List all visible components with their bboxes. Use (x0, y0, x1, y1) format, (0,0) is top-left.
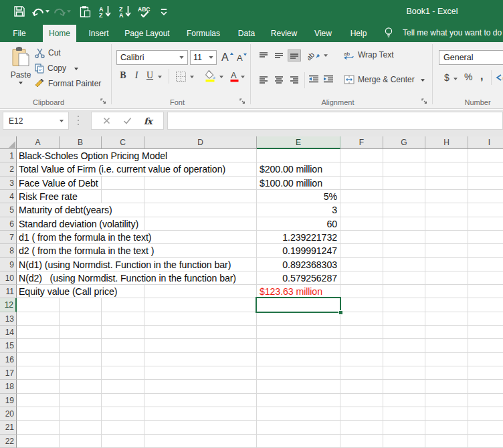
cell-a5[interactable]: Maturity of debt(years) (18, 203, 114, 217)
name-box[interactable]: E12 (3, 112, 69, 130)
selected-cell-e12[interactable] (256, 297, 341, 313)
font-size-combo[interactable]: 11 (190, 50, 217, 65)
format-painter-button[interactable]: Format Painter (35, 78, 101, 89)
select-all-corner[interactable] (0, 136, 17, 149)
underline-button[interactable]: U (146, 70, 154, 82)
fill-color-icon[interactable] (204, 70, 217, 82)
alignment-dialog-launcher[interactable] (421, 98, 428, 105)
font-color-dropdown-icon[interactable] (241, 76, 245, 78)
copy-dropdown-icon[interactable] (74, 68, 78, 70)
row-header-10[interactable]: 10 (0, 271, 17, 285)
cell-e9[interactable]: 0.892368303 (282, 258, 338, 271)
align-top-icon[interactable] (257, 49, 270, 62)
percent-style-button[interactable]: % (464, 72, 472, 84)
row-header-7[interactable]: 7 (0, 231, 17, 244)
cell-e11[interactable]: $123.63 million (259, 285, 323, 298)
align-center-icon[interactable] (272, 74, 286, 86)
align-right-icon[interactable] (288, 74, 301, 86)
italic-button[interactable]: I (132, 70, 140, 82)
redo-icon[interactable] (53, 0, 66, 23)
undo-dropdown-icon[interactable] (45, 10, 49, 13)
row-header-2[interactable]: 2 (0, 162, 17, 177)
fill-handle[interactable] (338, 310, 343, 315)
column-header-e[interactable]: E (257, 136, 340, 149)
row-header-18[interactable]: 18 (0, 380, 17, 394)
clipboard-dialog-launcher[interactable] (100, 98, 107, 105)
wrap-text-button[interactable]: abWrap Text (344, 49, 394, 61)
orientation-dropdown-icon[interactable] (324, 54, 328, 57)
cell-a2[interactable]: Total Value of Firm (i.e. current value … (18, 162, 227, 176)
row-header-17[interactable]: 17 (0, 366, 17, 380)
row-header-13[interactable]: 13 (0, 312, 17, 326)
row-header-19[interactable]: 19 (0, 394, 17, 407)
cell-a10[interactable]: N(d2) (using Normdist. Function in the f… (18, 271, 237, 284)
row-header-14[interactable]: 14 (0, 326, 17, 339)
row-header-16[interactable]: 16 (0, 353, 17, 366)
copy-button[interactable]: Copy (35, 63, 78, 74)
cell-a3[interactable]: Face Value of Debt (18, 177, 100, 189)
insert-function-button[interactable]: fx (144, 116, 152, 126)
tab-help[interactable]: Help (346, 25, 371, 42)
formula-input[interactable] (167, 112, 503, 130)
paste-button[interactable]: Paste (4, 44, 37, 93)
align-bottom-icon[interactable] (288, 49, 301, 62)
cell-a4[interactable]: Risk Free rate (18, 190, 79, 203)
tell-me-box[interactable]: Tell me what you want to do (403, 23, 502, 42)
row-header-21[interactable]: 21 (0, 421, 17, 435)
cell-a8[interactable]: d2 ( from the formula in the text ) (18, 244, 155, 257)
column-header-f[interactable]: F (340, 136, 383, 149)
enter-icon[interactable] (123, 117, 132, 124)
cell-e7[interactable]: 1.239221732 (282, 231, 338, 243)
decrease-font-size-icon[interactable]: A (236, 51, 248, 64)
row-header-1[interactable]: 1 (0, 149, 17, 162)
cell-e8[interactable]: 0.199991247 (282, 244, 338, 257)
row-header-5[interactable]: 5 (0, 203, 17, 217)
redo-dropdown-icon[interactable] (67, 10, 71, 13)
column-header-i[interactable]: I (468, 136, 503, 149)
cell-a7[interactable]: d1 ( from the formula in the text) (18, 231, 153, 243)
row-header-22[interactable]: 22 (0, 435, 17, 448)
cell-e4[interactable]: 5% (323, 190, 338, 203)
tab-page-layout[interactable]: Page Layout (120, 25, 174, 42)
align-middle-icon[interactable] (272, 49, 286, 62)
currency-dropdown-icon[interactable] (454, 78, 458, 80)
fill-color-dropdown-icon[interactable] (219, 76, 223, 78)
tab-view[interactable]: View (308, 25, 338, 42)
row-header-3[interactable]: 3 (0, 177, 17, 190)
tab-formulas[interactable]: Formulas (181, 25, 225, 42)
font-name-combo[interactable]: Calibri (116, 50, 188, 65)
cell-e6[interactable]: 60 (326, 217, 338, 230)
increase-indent-icon[interactable] (323, 75, 334, 84)
column-header-a[interactable]: A (17, 136, 60, 149)
bold-button[interactable]: B (118, 70, 128, 82)
underline-dropdown-icon[interactable] (158, 76, 162, 78)
comma-style-button[interactable]: , (480, 70, 483, 82)
increase-decimal-icon[interactable]: .0 (496, 73, 503, 82)
font-color-icon[interactable]: A (229, 70, 240, 82)
column-header-d[interactable]: D (144, 136, 257, 149)
orientation-icon[interactable]: ab (308, 49, 320, 61)
cell-e2[interactable]: $200.00 million (259, 162, 323, 176)
tab-file[interactable]: File (5, 25, 33, 42)
borders-icon[interactable] (175, 71, 187, 82)
sort-za-icon[interactable]: ZA (119, 0, 132, 23)
row-header-6[interactable]: 6 (0, 217, 17, 231)
borders-dropdown-icon[interactable] (190, 76, 194, 78)
cell-a9[interactable]: N(d1) (using Normdist. Function in the f… (18, 258, 232, 271)
cell-e5[interactable]: 3 (331, 203, 338, 217)
cell-a6[interactable]: Standard deviation (volatility) (18, 217, 140, 230)
column-header-h[interactable]: H (425, 136, 468, 149)
row-header-11[interactable]: 11 (0, 285, 17, 298)
customize-qat-icon[interactable] (161, 0, 167, 23)
cell-a11[interactable]: Equity value (Call price) (18, 285, 118, 298)
row-header-9[interactable]: 9 (0, 258, 17, 271)
tab-review[interactable]: Review (267, 25, 301, 42)
row-header-20[interactable]: 20 (0, 407, 17, 421)
align-left-icon[interactable] (257, 74, 270, 86)
merge-center-button[interactable]: Merge & Center (344, 74, 425, 86)
paste-icon[interactable] (80, 0, 91, 23)
merge-center-dropdown-icon[interactable] (421, 79, 425, 82)
row-header-8[interactable]: 8 (0, 244, 17, 258)
row-header-12[interactable]: 12 (0, 298, 17, 312)
column-header-b[interactable]: B (60, 136, 102, 149)
